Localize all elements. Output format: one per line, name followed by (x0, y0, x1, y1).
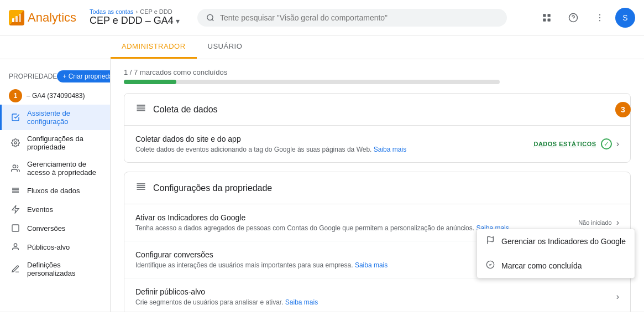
sidebar-item-config-propriedade[interactable]: Configurações da propriedade (0, 130, 110, 156)
coleta-item-content-0: Coletar dados do site e do app Colete da… (135, 135, 525, 153)
property-badge-1: 1 (9, 89, 22, 102)
breadcrumb-area: Todas as contas › CEP e DDD CEP e DDD – … (90, 8, 180, 27)
more-icon-button[interactable] (589, 7, 611, 29)
coleta-section-header: Coleta de dados 3 (124, 94, 630, 126)
sidebar-item-access[interactable]: Gerenciamento de acesso à propriedade (0, 156, 110, 181)
config-chevron-0: › (616, 218, 619, 228)
setup-icon (11, 112, 20, 122)
progress-bar-fill (124, 80, 176, 84)
svg-rect-2 (19, 14, 21, 22)
config-item-right-0: Não iniciado › (578, 218, 619, 228)
coleta-item-right-0: DADOS ESTÁTICOS ✓ › (533, 138, 619, 149)
access-icon (11, 163, 20, 173)
coleta-section-icon (135, 102, 146, 116)
user-avatar-button[interactable]: S (615, 8, 635, 28)
svg-point-15 (13, 165, 15, 168)
coleta-item-desc-0: Colete dados de eventos adicionando a ta… (135, 146, 525, 153)
tabs-bar: ADMINISTRADOR USUÁRIO (0, 35, 644, 59)
grid-icon-button[interactable] (536, 7, 558, 29)
breadcrumb-top: Todas as contas › CEP e DDD (90, 8, 180, 15)
sidebar-item-conversoes[interactable]: Conversões (0, 219, 110, 237)
coleta-status-label-0: DADOS ESTÁTICOS (533, 141, 596, 147)
context-menu-item-1[interactable]: Marcar como concluída (477, 254, 635, 278)
svg-point-12 (599, 17, 600, 18)
svg-rect-8 (548, 18, 551, 21)
context-menu: Gerenciar os Indicadores do Google Marca… (477, 229, 635, 278)
sidebar-item-setup[interactable]: Assistente de configuração (0, 105, 110, 130)
config-item-saiba-link-2[interactable]: Saiba mais (285, 298, 318, 306)
coleta-item-0[interactable]: Coletar dados do site e do app Colete da… (124, 126, 630, 162)
create-property-button[interactable]: + Criar propriedade (57, 70, 111, 82)
context-menu-item-0[interactable]: Gerenciar os Indicadores do Google (477, 229, 635, 254)
tab-user[interactable]: USUÁRIO (197, 35, 254, 59)
top-header: Analytics Todas as contas › CEP e DDD CE… (0, 0, 644, 35)
config-item-saiba-link-1[interactable]: Saiba mais (355, 261, 388, 269)
property-item[interactable]: 1 – GA4 (374090483) (0, 87, 110, 105)
svg-rect-21 (12, 225, 19, 231)
main-layout: Propriedade + Criar propriedade 1 – GA4 … (0, 59, 644, 312)
sidebar-label-publicos: Públicos-alvo (27, 243, 70, 251)
breadcrumb-all-accounts[interactable]: Todas as contas (90, 8, 134, 15)
sidebar-label-access: Gerenciamento de acesso à propriedade (27, 160, 101, 177)
eventos-icon (11, 204, 20, 214)
search-input[interactable] (220, 13, 498, 22)
sidebar-item-definicoes[interactable]: Definições personalizadas (0, 256, 110, 282)
help-icon-button[interactable] (562, 7, 584, 29)
analytics-logo-icon (9, 10, 24, 25)
config-chevron-2: › (616, 292, 619, 302)
setup-progress: 1 / 7 marcados como concluídos (124, 68, 631, 84)
svg-rect-6 (548, 14, 551, 17)
sidebar-item-publicos[interactable]: Públicos-alvo (0, 237, 110, 256)
coleta-badge: 3 (615, 102, 631, 117)
svg-rect-7 (543, 18, 546, 21)
svg-rect-1 (15, 16, 18, 22)
chevron-down-icon[interactable]: ▾ (176, 17, 180, 25)
footer: ©2023 Google | Página inicial do Google … (0, 312, 644, 315)
svg-point-14 (14, 142, 17, 144)
sidebar-item-fluxos[interactable]: Fluxos de dados (0, 181, 110, 200)
tab-admin[interactable]: ADMINISTRADOR (111, 35, 197, 59)
config-section-title: Configurações da propriedade (153, 183, 272, 193)
config-icon (11, 138, 20, 148)
svg-rect-5 (543, 14, 546, 17)
sidebar-label-setup: Assistente de configuração (27, 109, 101, 126)
property-name: – GA4 (374090483) (27, 92, 85, 100)
config-item-2[interactable]: Definir públicos-alvo Crie segmentos de … (124, 278, 630, 312)
conversoes-icon (11, 223, 20, 233)
config-item-desc-text-2: Crie segmentos de usuários para analisar… (135, 298, 285, 306)
check-done-icon (486, 260, 495, 271)
coleta-section-title: Coleta de dados (153, 105, 218, 115)
config-item-desc-text-1: Identifique as interações de usuários ma… (135, 261, 355, 269)
definicoes-icon (11, 264, 20, 274)
config-status-label-0: Não iniciado (578, 219, 612, 226)
svg-marker-20 (12, 205, 19, 213)
breadcrumb-main: CEP e DDD – GA4 ▾ (90, 15, 180, 27)
analytics-title: Analytics (28, 11, 76, 25)
coleta-item-saiba-link-0[interactable]: Saiba mais (374, 146, 406, 153)
config-item-title-2: Definir públicos-alvo (135, 287, 608, 296)
header-icons: S (536, 7, 635, 29)
svg-point-22 (14, 244, 17, 246)
sidebar-label-fluxos: Fluxos de dados (27, 187, 80, 195)
sidebar: Propriedade + Criar propriedade 1 – GA4 … (0, 59, 111, 312)
svg-point-11 (599, 14, 600, 15)
check-circle-icon: ✓ (601, 138, 612, 149)
progress-bar-container (124, 80, 500, 84)
content-area: 1 / 7 marcados como concluídos Coleta de… (111, 59, 644, 312)
coleta-item-title-0: Coletar dados do site e do app (135, 135, 525, 143)
sidebar-label-conversoes: Conversões (27, 224, 65, 233)
svg-point-13 (599, 20, 600, 21)
sidebar-label-config: Configurações da propriedade (27, 135, 101, 151)
config-section-icon (135, 181, 146, 195)
context-menu-label-1: Marcar como concluída (501, 261, 582, 270)
sidebar-item-eventos[interactable]: Eventos (0, 200, 110, 219)
coleta-item-desc-text-0: Colete dados de eventos adicionando a ta… (135, 146, 374, 153)
search-bar[interactable] (197, 9, 507, 27)
config-item-desc-text-0: Tenha acesso a dados agregados de pessoa… (135, 224, 476, 232)
setup-progress-text: 1 / 7 marcados como concluídos (124, 68, 631, 76)
publicos-icon (11, 242, 20, 252)
config-item-right-2: › (616, 292, 619, 302)
flag-icon (486, 236, 495, 247)
sidebar-label-eventos: Eventos (27, 205, 53, 214)
analytics-logo: Analytics (9, 10, 76, 25)
